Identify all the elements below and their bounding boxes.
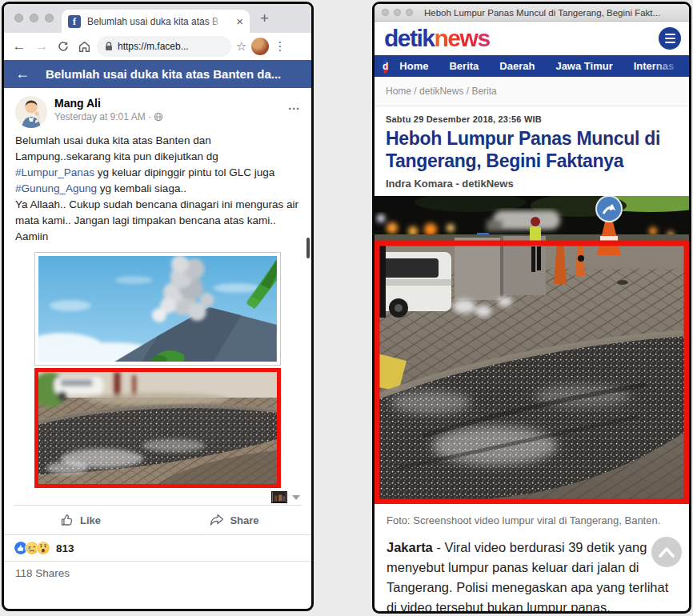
detiknews-logo[interactable]: detiknews <box>384 26 490 50</box>
facebook-browser-window: f Belumlah usai duka kita atas B × + ← →… <box>2 2 314 611</box>
post-header: Mang Ali Yesterday at 9:01 AM · ... <box>4 88 311 128</box>
post-text-line2: Ya Allaah.. Cukup sudah bencana dinagari… <box>15 198 298 226</box>
breadcrumb-separator: / <box>414 86 416 97</box>
site-header: detiknews <box>375 22 689 55</box>
facebook-back-icon[interactable]: ← <box>15 66 30 82</box>
logo-news: news <box>435 25 490 51</box>
detiknews-browser-window: Heboh Lumpur Panas Muncul di Tangerang, … <box>372 2 691 614</box>
nav-fade-overlay <box>652 55 689 77</box>
facebook-header-title: Belumlah usai duka kita atas Banten da..… <box>46 67 281 81</box>
like-label: Like <box>80 514 101 526</box>
window-title: Heboh Lumpur Panas Muncul di Tangerang, … <box>424 8 660 18</box>
nav-item-daerah[interactable]: Daerah <box>499 60 535 72</box>
hashtag-lumpur-panas[interactable]: #Lumpur_Panas <box>15 166 94 178</box>
avatar[interactable] <box>15 96 47 128</box>
new-tab-button[interactable]: + <box>260 10 269 27</box>
browser-tab[interactable]: f Belumlah usai duka kita atas B × <box>62 10 250 33</box>
reaction-icons <box>14 541 47 555</box>
post-text-seg3: yg kembali siaga.. <box>97 182 186 194</box>
article-location: Jakarta <box>387 540 433 554</box>
scrollbar-thumb[interactable] <box>306 238 310 258</box>
post-photo-volcano[interactable] <box>34 252 281 366</box>
breadcrumb-home[interactable]: Home <box>386 86 411 97</box>
article-header: Sabtu 29 Desember 2018, 23:56 WIB Heboh … <box>375 106 689 196</box>
url-text: https://m.faceb... <box>118 41 189 52</box>
nav-item-home[interactable]: Home <box>399 60 428 72</box>
chevron-up-icon <box>658 546 675 558</box>
back-icon[interactable]: ← <box>10 38 28 54</box>
chevron-down-icon[interactable] <box>292 495 300 500</box>
minimize-window-icon[interactable] <box>394 9 401 16</box>
share-count[interactable]: 118 Shares <box>4 562 311 584</box>
hamburger-menu-icon[interactable] <box>659 27 681 50</box>
breadcrumb-berita[interactable]: Berita <box>471 86 496 97</box>
post-text-seg1: Belumlah usai duka kita atas Banten dan … <box>15 134 218 162</box>
window-traffic-lights[interactable] <box>14 14 54 22</box>
breadcrumb: Home / detikNews / Berita <box>375 77 689 106</box>
post-text-seg2: yg keluar dipinggir pintu tol GLC juga <box>94 166 274 178</box>
photo-caption: Foto: Screenshoot video lumpur viral di … <box>375 504 689 530</box>
lock-icon <box>105 42 113 51</box>
browser-menu-icon[interactable]: ⋮ <box>274 39 286 54</box>
nav-item-berita[interactable]: Berita <box>449 60 479 72</box>
post-action-bar: Like Share <box>4 506 311 534</box>
breadcrumb-detiknews[interactable]: detikNews <box>419 86 463 97</box>
zoom-window-icon[interactable] <box>45 14 54 22</box>
article-body: Jakarta - Viral video berdurasi 39 detik… <box>375 530 689 614</box>
tab-close-icon[interactable]: × <box>236 15 243 27</box>
post-author-name[interactable]: Mang Ali <box>54 97 101 110</box>
close-window-icon[interactable] <box>14 14 23 22</box>
wow-reaction-icon <box>36 541 50 555</box>
logo-detik: detik <box>384 25 435 51</box>
mini-photo-thumbnail[interactable] <box>271 491 287 503</box>
article-date: Sabtu 29 Desember 2018, 23:56 WIB <box>386 114 678 124</box>
post-text-line3: Aamiin <box>15 230 48 242</box>
reactions-row[interactable]: 813 <box>4 535 311 561</box>
facebook-favicon-icon: f <box>68 15 81 28</box>
share-label: Share <box>230 514 258 526</box>
bookmark-star-icon[interactable]: ☆ <box>236 39 246 54</box>
attachment-row <box>4 488 311 505</box>
tab-title-fade <box>208 10 229 33</box>
like-button[interactable]: Like <box>4 514 158 526</box>
post-photo-mudflow-highlighted[interactable] <box>34 368 281 488</box>
facebook-post: Mang Ali Yesterday at 9:01 AM · ... Belu… <box>4 88 311 584</box>
post-options-icon[interactable]: ... <box>288 99 300 112</box>
main-navigation: d Home Berita Daerah Jawa Timur Internas <box>375 55 689 77</box>
share-button[interactable]: Share <box>158 514 311 526</box>
browser-toolbar: ← → https://m.faceb... ☆ ⋮ <box>4 33 311 60</box>
close-window-icon[interactable] <box>382 9 389 16</box>
minimize-window-icon[interactable] <box>30 14 38 22</box>
post-text: Belumlah usai duka kita atas Banten dan … <box>4 128 311 245</box>
share-arrow-icon <box>210 514 224 526</box>
hashtag-gunung-agung[interactable]: #Gunung_Agung <box>15 182 97 194</box>
detik-d-logo-icon[interactable]: d <box>383 59 388 74</box>
article-hero-image <box>375 196 689 504</box>
reload-icon[interactable] <box>55 38 71 54</box>
mac-title-bar: Heboh Lumpur Panas Muncul di Tangerang, … <box>375 4 689 22</box>
post-timestamp: Yesterday at 9:01 AM · <box>54 111 163 122</box>
forward-icon: → <box>33 38 50 54</box>
thumbs-up-icon <box>61 514 74 526</box>
breadcrumb-separator: / <box>467 86 469 97</box>
reaction-count[interactable]: 813 <box>56 542 74 554</box>
facebook-app-header: ← Belumlah usai duka kita atas Banten da… <box>4 60 311 88</box>
globe-privacy-icon <box>154 112 163 122</box>
scroll-to-top-button[interactable] <box>651 537 682 567</box>
browser-tab-strip: f Belumlah usai duka kita atas B × + <box>4 4 311 33</box>
browser-profile-avatar[interactable] <box>251 38 269 55</box>
home-icon[interactable] <box>76 38 92 54</box>
tab-title: Belumlah usai duka kita atas B <box>87 16 222 27</box>
zoom-window-icon[interactable] <box>406 9 413 16</box>
address-bar[interactable]: https://m.faceb... <box>97 36 231 57</box>
timestamp-text: Yesterday at 9:01 AM · <box>54 111 151 122</box>
nav-item-jawa-timur[interactable]: Jawa Timur <box>555 60 612 72</box>
article-headline: Heboh Lumpur Panas Muncul di Tangerang, … <box>386 127 678 172</box>
article-author: Indra Komara - detikNews <box>386 178 678 190</box>
